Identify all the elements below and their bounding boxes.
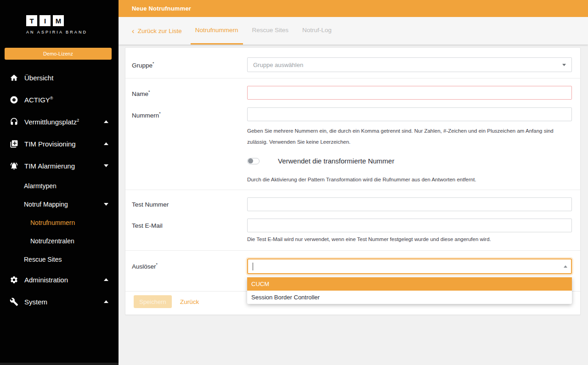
name-label: Name* bbox=[132, 86, 247, 97]
required-mark: * bbox=[159, 111, 161, 116]
nummern-row: Nummern* Geben Sie mehrere Nummern ein, … bbox=[125, 100, 580, 147]
chevron-up-icon bbox=[104, 120, 108, 123]
sidebar-item-label: ACTIGY® bbox=[24, 96, 53, 104]
sidebar-item-label: TIM Provisioning bbox=[24, 140, 76, 148]
sidebar-item-system[interactable]: System bbox=[0, 291, 119, 313]
brand-tagline: AN ASPIRIA BRAND bbox=[26, 30, 87, 34]
chevron-up-icon bbox=[564, 265, 567, 268]
sidebar-item-label: Alarmtypen bbox=[24, 182, 57, 190]
sidebar-item-notrufzentralen[interactable]: Notrufzentralen bbox=[0, 232, 119, 250]
test-email-row: Test E-Mail Die Test E-Mail wird nur ver… bbox=[125, 211, 580, 250]
sidebar-item-label: Notrufzentralen bbox=[30, 237, 74, 245]
chevron-up-icon bbox=[104, 300, 108, 303]
chevron-up-icon bbox=[104, 142, 108, 145]
content-area: Gruppe* Gruppe auswählen Name* bbox=[119, 45, 588, 365]
test-nummer-label: Test Nummer bbox=[132, 197, 247, 208]
page-header: Neue Notrufnummer bbox=[119, 0, 588, 17]
name-input[interactable] bbox=[247, 86, 572, 100]
test-nummer-row: Test Nummer bbox=[125, 190, 580, 211]
logo-letter: M bbox=[53, 15, 64, 26]
brand-logo: T I M AN ASPIRIA BRAND bbox=[26, 15, 87, 34]
chevron-up-icon bbox=[104, 278, 108, 281]
wrench-icon bbox=[9, 297, 18, 306]
nummern-input[interactable] bbox=[247, 107, 572, 121]
gruppe-select-placeholder: Gruppe auswählen bbox=[253, 62, 303, 68]
test-email-helper-text: Die Test E-Mail wird nur verwendet, wenn… bbox=[247, 236, 572, 243]
sidebar-item-administration[interactable]: Administration bbox=[0, 269, 119, 291]
sidebar: T I M AN ASPIRIA BRAND Demo-Lizenz Übers… bbox=[0, 0, 119, 365]
back-to-list-link[interactable]: ‹ Zurück zur Liste bbox=[132, 17, 182, 45]
name-row: Name* bbox=[125, 79, 580, 100]
sidebar-item-alarmtypen[interactable]: Alarmtypen bbox=[0, 177, 119, 195]
sidebar-item-tim-provisioning[interactable]: TIM Provisioning bbox=[0, 133, 119, 155]
gruppe-label: Gruppe* bbox=[132, 57, 247, 69]
sidebar-item-label: Administration bbox=[24, 276, 68, 284]
gear-icon bbox=[9, 275, 18, 284]
tab-rescue-sites[interactable]: Rescue Sites bbox=[248, 17, 294, 45]
ausloeser-combobox[interactable] bbox=[247, 258, 572, 274]
sidebar-item-label: Notruf Mapping bbox=[24, 201, 68, 208]
gruppe-select[interactable]: Gruppe auswählen bbox=[247, 57, 572, 72]
required-mark: * bbox=[156, 262, 158, 267]
toggle-knob bbox=[248, 158, 253, 163]
ausloeser-label: Auslöser* bbox=[132, 258, 247, 270]
empty-label-spacer bbox=[132, 157, 247, 161]
chevron-down-icon bbox=[104, 164, 108, 167]
sidebar-item-label: Notrufnummern bbox=[30, 219, 75, 226]
main-area: Neue Notrufnummer ‹ Zurück zur Liste Not… bbox=[119, 0, 588, 365]
required-mark: * bbox=[148, 90, 150, 94]
sidebar-nav: Übersicht ACTIGY® Vermittlungsplatz2 bbox=[0, 0, 119, 313]
transform-toggle-helper-text: Durch die Aktivierung der Pattern Transf… bbox=[247, 177, 572, 182]
headset-icon bbox=[9, 117, 18, 126]
sidebar-item-rescue-sites[interactable]: Rescue Sites bbox=[0, 250, 119, 269]
transform-toggle-row: Verwendet die transformierte Nummer Durc… bbox=[125, 147, 580, 190]
tab-bar: ‹ Zurück zur Liste Notrufnummern Rescue … bbox=[119, 17, 588, 45]
sidebar-item-tim-alarmierung[interactable]: TIM Alarmierung bbox=[0, 155, 119, 177]
dropdown-option-cucm[interactable]: CUCM bbox=[247, 277, 572, 291]
license-badge: Demo-Lizenz bbox=[5, 48, 112, 60]
test-email-label: Test E-Mail bbox=[132, 219, 247, 229]
logo-letter-boxes: T I M bbox=[26, 15, 87, 26]
ausloeser-row: Auslöser* CUCM Session Border Controller bbox=[125, 251, 580, 291]
back-button[interactable]: Zurück bbox=[180, 298, 199, 305]
form-card: Gruppe* Gruppe auswählen Name* bbox=[125, 47, 581, 315]
chevron-left-icon: ‹ bbox=[132, 27, 135, 35]
nummern-helper-text: Geben Sie mehrere Nummern ein, die durch… bbox=[247, 125, 572, 147]
sidebar-item-label: Übersicht bbox=[24, 74, 53, 82]
chevron-down-icon bbox=[104, 203, 108, 206]
sidebar-item-label: Rescue Sites bbox=[24, 256, 62, 263]
sidebar-item-label: Vermittlungsplatz2 bbox=[24, 118, 79, 126]
ausloeser-dropdown: CUCM Session Border Controller bbox=[247, 277, 572, 304]
sidebar-item-label: System bbox=[24, 298, 47, 306]
page-title: Neue Notrufnummer bbox=[132, 5, 191, 12]
back-to-list-label: Zurück zur Liste bbox=[138, 28, 182, 34]
nummern-label: Nummern* bbox=[132, 107, 247, 119]
gruppe-row: Gruppe* Gruppe auswählen bbox=[125, 48, 580, 78]
transform-toggle[interactable] bbox=[247, 158, 260, 164]
transform-toggle-label: Verwendet die transformierte Nummer bbox=[278, 157, 394, 165]
bell-icon bbox=[9, 161, 18, 170]
sidebar-item-label: TIM Alarmierung bbox=[24, 162, 75, 170]
test-email-input[interactable] bbox=[247, 219, 572, 232]
save-button[interactable]: Speichern bbox=[134, 295, 172, 308]
test-nummer-input[interactable] bbox=[247, 197, 572, 211]
sidebar-item-uebersicht[interactable]: Übersicht bbox=[0, 67, 119, 89]
sidebar-item-notruf-mapping[interactable]: Notruf Mapping bbox=[0, 195, 119, 213]
sidebar-item-notrufnummern[interactable]: Notrufnummern bbox=[0, 213, 119, 232]
add-box-icon bbox=[9, 139, 18, 148]
home-icon bbox=[9, 73, 18, 82]
logo-letter: T bbox=[26, 15, 37, 26]
logo-letter: I bbox=[40, 15, 51, 26]
dropdown-option-session-border-controller[interactable]: Session Border Controller bbox=[247, 291, 572, 304]
text-cursor bbox=[253, 263, 253, 270]
required-mark: * bbox=[153, 61, 154, 66]
sidebar-item-actigy[interactable]: ACTIGY® bbox=[0, 89, 119, 111]
disc-icon bbox=[9, 95, 18, 104]
app-root: T I M AN ASPIRIA BRAND Demo-Lizenz Übers… bbox=[0, 0, 588, 365]
tab-notruf-log[interactable]: Notruf-Log bbox=[298, 17, 336, 45]
chevron-down-icon bbox=[562, 64, 566, 66]
sidebar-item-vermittlungsplatz[interactable]: Vermittlungsplatz2 bbox=[0, 111, 119, 133]
tab-notrufnummern[interactable]: Notrufnummern bbox=[191, 17, 243, 45]
